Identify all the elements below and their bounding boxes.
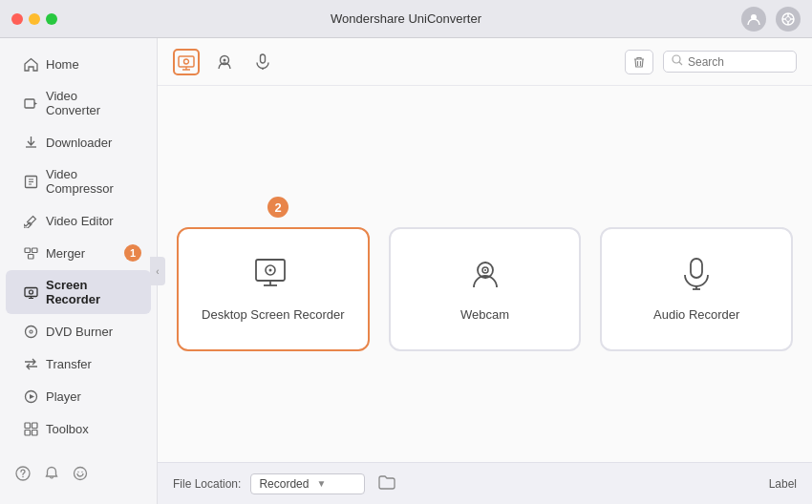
webcam-recorder-card[interactable]: Webcam (389, 227, 582, 351)
sidebar-item-merger[interactable]: Merger 1 (6, 238, 151, 268)
video-editor-icon (23, 213, 38, 228)
svg-rect-28 (179, 56, 194, 67)
svg-point-25 (75, 468, 87, 480)
sidebar-item-downloader[interactable]: Downloader (6, 127, 151, 158)
svg-marker-8 (34, 102, 37, 105)
svg-rect-12 (28, 254, 33, 259)
svg-rect-20 (32, 423, 37, 429)
svg-rect-22 (32, 430, 37, 435)
main-layout: Home Video Converter Downloader Video Co… (0, 38, 812, 504)
sidebar: Home Video Converter Downloader Video Co… (0, 38, 158, 504)
tab-audio[interactable] (249, 49, 276, 75)
folder-icon[interactable] (378, 474, 395, 494)
content-header (158, 38, 812, 86)
content-footer: File Location: Recorded ▼ Label (158, 462, 812, 504)
content-body: 2 Desktop Screen Recorder (158, 86, 812, 462)
sidebar-label-video-editor: Video Editor (46, 214, 114, 228)
sidebar-collapse-button[interactable]: ‹ (150, 257, 165, 285)
tab-icons (173, 49, 276, 75)
transfer-icon (23, 356, 38, 371)
svg-point-26 (77, 472, 78, 472)
audio-recorder-card[interactable]: Audio Recorder (600, 227, 793, 351)
maximize-button[interactable] (46, 13, 57, 25)
desktop-screen-recorder-card[interactable]: Desktop Screen Recorder (177, 227, 370, 351)
support-icon[interactable] (776, 7, 801, 32)
close-button[interactable] (11, 13, 23, 25)
svg-line-35 (679, 62, 682, 65)
svg-marker-18 (30, 394, 34, 399)
sidebar-label-downloader: Downloader (46, 136, 112, 150)
svg-point-27 (81, 472, 82, 472)
window-controls (11, 13, 57, 25)
sidebar-item-video-converter[interactable]: Video Converter (6, 81, 151, 125)
sidebar-item-home[interactable]: Home (6, 49, 151, 79)
downloader-icon (23, 135, 38, 150)
sidebar-label-screen-recorder: Screen Recorder (46, 278, 134, 306)
audio-recorder-label: Audio Recorder (653, 307, 739, 322)
svg-rect-19 (25, 423, 31, 429)
sidebar-label-home: Home (46, 57, 79, 72)
video-converter-icon (23, 95, 38, 111)
audio-recorder-icon (679, 257, 714, 298)
svg-rect-32 (261, 54, 266, 63)
sidebar-item-video-compressor[interactable]: Video Compressor (6, 159, 151, 203)
sidebar-item-toolbox[interactable]: Toolbox (6, 413, 151, 444)
svg-rect-10 (25, 248, 31, 253)
sidebar-item-screen-recorder[interactable]: Screen Recorder (6, 270, 151, 314)
webcam-icon (468, 257, 502, 298)
svg-rect-7 (25, 99, 34, 108)
svg-point-31 (224, 58, 226, 61)
svg-point-16 (30, 330, 32, 333)
minimize-button[interactable] (29, 13, 40, 25)
content-area: 2 Desktop Screen Recorder (158, 38, 812, 504)
svg-point-40 (268, 268, 271, 271)
file-location-select[interactable]: Recorded ▼ (250, 473, 365, 494)
tab-webcam[interactable] (211, 49, 238, 75)
recorder-cards: Desktop Screen Recorder Webcam (177, 227, 793, 351)
tab-screen-recorder[interactable] (173, 49, 200, 75)
search-input[interactable] (688, 55, 788, 69)
feedback-icon[interactable] (73, 466, 88, 485)
video-compressor-icon (23, 174, 38, 189)
dvd-burner-icon (23, 324, 38, 339)
sidebar-label-toolbox: Toolbox (46, 422, 89, 436)
player-icon (23, 388, 38, 404)
toolbox-icon (23, 421, 38, 436)
desktop-recorder-icon (254, 258, 292, 298)
label-right: Label (769, 477, 797, 491)
merger-badge: 1 (124, 244, 141, 262)
file-location-value: Recorded (259, 477, 309, 491)
svg-rect-21 (25, 430, 31, 435)
user-avatar[interactable] (741, 7, 766, 32)
svg-rect-44 (691, 259, 702, 278)
help-icon[interactable] (15, 466, 31, 485)
step-badge-2: 2 (267, 197, 288, 218)
select-arrow-icon: ▼ (316, 478, 326, 489)
svg-point-2 (786, 16, 791, 21)
sidebar-item-dvd-burner[interactable]: DVD Burner (6, 316, 151, 346)
svg-point-24 (22, 476, 24, 478)
desktop-recorder-label: Desktop Screen Recorder (202, 307, 345, 322)
sidebar-label-merger: Merger (46, 246, 85, 261)
webcam-recorder-label: Webcam (460, 307, 509, 322)
svg-rect-13 (25, 287, 37, 296)
search-box[interactable] (663, 51, 797, 73)
app-title: Wondershare UniConverter (331, 11, 481, 26)
file-location-label: File Location: (173, 477, 241, 491)
sidebar-label-player: Player (46, 389, 81, 404)
sidebar-item-player[interactable]: Player (6, 381, 151, 411)
svg-point-14 (29, 290, 32, 294)
bell-icon[interactable] (44, 466, 59, 485)
badge-number: 2 (267, 197, 288, 218)
svg-rect-11 (32, 248, 37, 253)
trash-button[interactable] (625, 50, 653, 74)
svg-point-34 (673, 55, 680, 63)
screen-recorder-icon (23, 284, 38, 300)
sidebar-label-video-converter: Video Converter (46, 89, 134, 117)
sidebar-item-video-editor[interactable]: Video Editor (6, 205, 151, 236)
header-actions (625, 50, 797, 74)
sidebar-label-video-compressor: Video Compressor (46, 167, 134, 196)
sidebar-item-transfer[interactable]: Transfer (6, 348, 151, 379)
sidebar-label-dvd-burner: DVD Burner (46, 325, 113, 339)
svg-point-43 (484, 269, 486, 271)
